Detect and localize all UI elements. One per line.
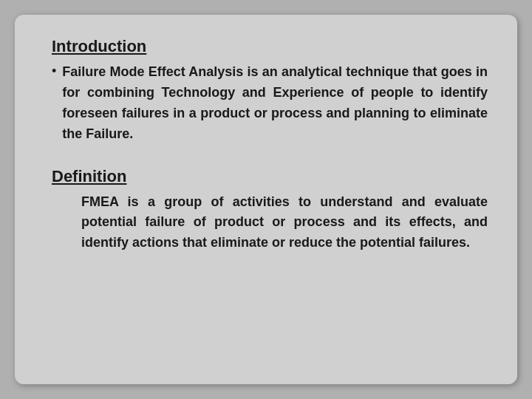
intro-body: Failure Mode Effect Analysis is an analy… xyxy=(62,62,488,145)
bullet-icon: • xyxy=(52,64,56,79)
main-card: Introduction • Failure Mode Effect Analy… xyxy=(15,15,517,384)
intro-bullet-row: • Failure Mode Effect Analysis is an ana… xyxy=(52,62,488,145)
definition-body: FMEA is a group of activities to underst… xyxy=(81,192,488,254)
intro-section: Introduction • Failure Mode Effect Analy… xyxy=(52,37,488,145)
definition-section: Definition FMEA is a group of activities… xyxy=(52,167,488,254)
intro-title: Introduction xyxy=(52,37,488,56)
definition-title: Definition xyxy=(52,167,488,186)
